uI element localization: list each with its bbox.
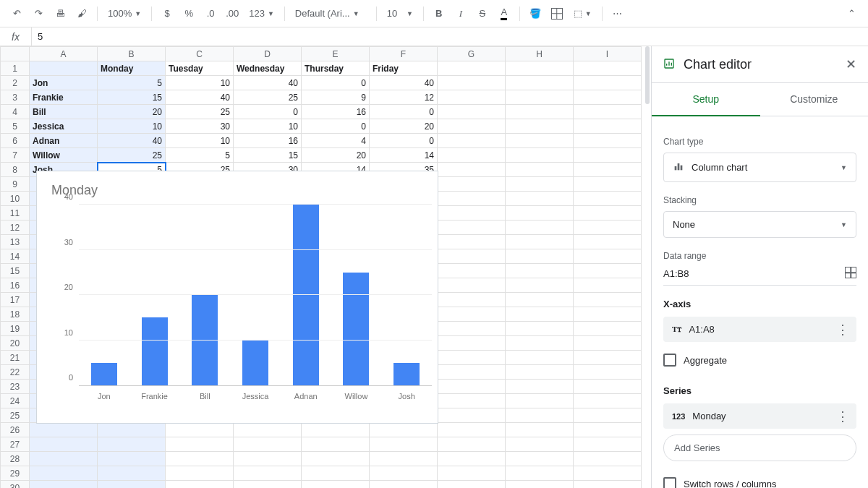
cell[interactable]: 10	[98, 119, 166, 134]
row-header[interactable]: 16	[1, 278, 30, 293]
cell[interactable]	[438, 394, 506, 408]
cell[interactable]	[370, 423, 438, 437]
row-header[interactable]: 11	[1, 206, 30, 221]
row-header[interactable]: 24	[1, 394, 30, 408]
cell[interactable]	[438, 264, 506, 278]
cell[interactable]: 10	[166, 76, 234, 90]
cell[interactable]: 4	[302, 134, 370, 148]
row-header[interactable]: 26	[1, 423, 30, 437]
cell[interactable]	[166, 466, 234, 481]
decrease-decimal-button[interactable]: .0	[201, 4, 220, 23]
chart-bar[interactable]	[91, 363, 117, 385]
cell[interactable]	[506, 192, 574, 206]
cell[interactable]	[438, 452, 506, 466]
cell[interactable]: 0	[302, 119, 370, 134]
cell[interactable]	[302, 423, 370, 437]
cell[interactable]	[506, 307, 574, 322]
cell[interactable]	[166, 481, 234, 489]
cell[interactable]	[438, 249, 506, 264]
cell[interactable]	[506, 365, 574, 380]
cell[interactable]	[506, 481, 574, 489]
cell[interactable]	[302, 437, 370, 452]
cell[interactable]: Bill	[30, 105, 98, 119]
chart-type-dropdown[interactable]: Column chart ▼	[663, 153, 856, 182]
cell[interactable]	[234, 452, 302, 466]
cell[interactable]	[234, 466, 302, 481]
select-all-corner[interactable]	[1, 47, 30, 61]
cell[interactable]	[506, 351, 574, 365]
cell[interactable]	[166, 437, 234, 452]
cell[interactable]	[302, 466, 370, 481]
merge-cells-button[interactable]: ⬚▼	[569, 4, 596, 23]
column-header[interactable]: I	[574, 47, 642, 61]
row-header[interactable]: 4	[1, 105, 30, 119]
cell[interactable]	[234, 481, 302, 489]
row-header[interactable]: 9	[1, 177, 30, 192]
cell[interactable]: 5	[98, 76, 166, 90]
percent-button[interactable]: %	[179, 4, 198, 23]
row-header[interactable]: 30	[1, 481, 30, 489]
data-range-input[interactable]: A1:B8	[663, 268, 839, 279]
cell[interactable]	[574, 336, 642, 351]
cell[interactable]	[574, 249, 642, 264]
row-header[interactable]: 6	[1, 134, 30, 148]
cell[interactable]	[438, 206, 506, 221]
cell[interactable]: Adnan	[30, 134, 98, 148]
cell[interactable]	[574, 293, 642, 307]
cell[interactable]	[166, 423, 234, 437]
cell[interactable]	[506, 249, 574, 264]
cell[interactable]	[506, 336, 574, 351]
row-header[interactable]: 1	[1, 61, 30, 76]
cell[interactable]: 0	[302, 76, 370, 90]
cell[interactable]: Monday	[98, 61, 166, 76]
row-header[interactable]: 25	[1, 408, 30, 423]
row-header[interactable]: 14	[1, 249, 30, 264]
cell[interactable]	[574, 148, 642, 163]
cell[interactable]: 0	[370, 105, 438, 119]
cell[interactable]: 0	[234, 105, 302, 119]
undo-button[interactable]: ↶	[7, 4, 26, 23]
column-header[interactable]: E	[302, 47, 370, 61]
cell[interactable]: Frankie	[30, 90, 98, 105]
cell[interactable]	[574, 105, 642, 119]
xaxis-menu-button[interactable]: ⋮	[836, 322, 849, 338]
cell[interactable]	[98, 423, 166, 437]
aggregate-checkbox[interactable]	[663, 354, 676, 367]
cell[interactable]	[506, 380, 574, 394]
fill-color-button[interactable]: 🪣	[526, 4, 545, 23]
cell[interactable]	[506, 134, 574, 148]
cell[interactable]	[574, 119, 642, 134]
cell[interactable]	[506, 264, 574, 278]
cell[interactable]: 20	[98, 105, 166, 119]
cell[interactable]	[574, 365, 642, 380]
more-formats-dropdown[interactable]: 123▼	[244, 4, 278, 23]
cell[interactable]	[506, 235, 574, 249]
cell[interactable]	[506, 119, 574, 134]
cell[interactable]: 20	[370, 119, 438, 134]
cell[interactable]	[506, 437, 574, 452]
cell[interactable]	[370, 437, 438, 452]
cell[interactable]	[438, 148, 506, 163]
cell[interactable]	[438, 351, 506, 365]
chart-bar[interactable]	[293, 205, 319, 385]
collapse-toolbar-button[interactable]: ⌃	[842, 4, 861, 23]
cell[interactable]	[574, 322, 642, 336]
cell[interactable]	[30, 466, 98, 481]
cell[interactable]	[574, 264, 642, 278]
formula-input[interactable]: 5	[32, 31, 43, 42]
cell[interactable]	[438, 90, 506, 105]
cell[interactable]	[438, 192, 506, 206]
row-header[interactable]: 28	[1, 452, 30, 466]
cell[interactable]: 15	[234, 148, 302, 163]
cell[interactable]	[98, 481, 166, 489]
cell[interactable]	[574, 192, 642, 206]
cell[interactable]: Jon	[30, 76, 98, 90]
cell[interactable]	[574, 76, 642, 90]
cell[interactable]	[574, 466, 642, 481]
select-range-button[interactable]	[845, 267, 856, 281]
cell[interactable]: Tuesday	[166, 61, 234, 76]
cell[interactable]	[30, 452, 98, 466]
cell[interactable]	[506, 148, 574, 163]
row-header[interactable]: 27	[1, 437, 30, 452]
cell[interactable]: 12	[370, 90, 438, 105]
